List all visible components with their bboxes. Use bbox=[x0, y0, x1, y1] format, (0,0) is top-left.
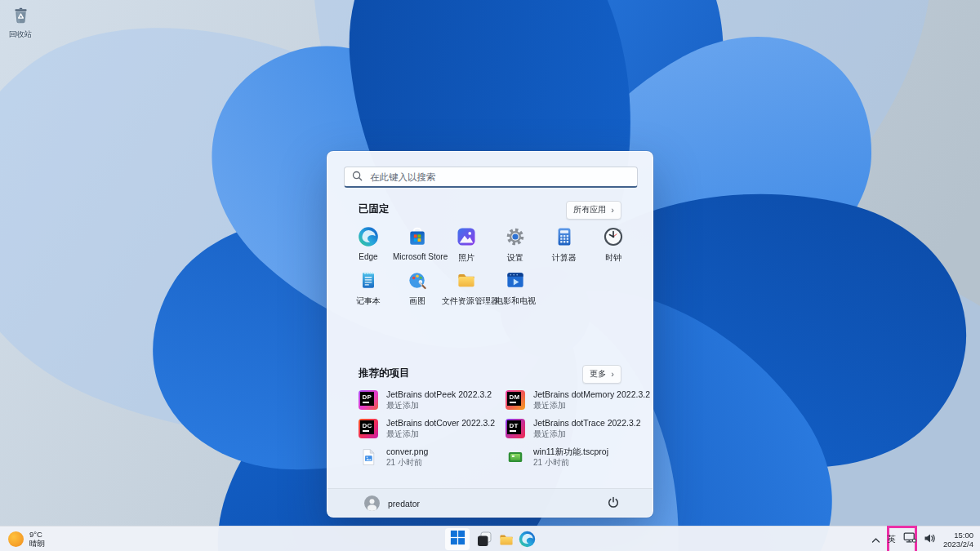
pinned-app-label: 设置 bbox=[491, 252, 540, 264]
recycle-bin-shortcut[interactable]: 回收站 bbox=[7, 5, 34, 40]
pinned-app-notepad[interactable]: 记事本 bbox=[344, 269, 393, 307]
recommended-item-dotcover[interactable]: DC JetBrains dotCover 2022.3.2 最近添加 bbox=[359, 418, 504, 442]
username-label: predator bbox=[388, 499, 420, 509]
volume-icon[interactable] bbox=[924, 532, 936, 547]
paint-palette-icon bbox=[406, 269, 429, 291]
all-apps-button[interactable]: 所有应用 › bbox=[566, 201, 621, 220]
recommended-item-title: JetBrains dotMemory 2022.3.2 bbox=[533, 389, 650, 399]
recommended-item-dotpeek[interactable]: DP JetBrains dotPeek 2022.3.2 最近添加 bbox=[359, 389, 504, 414]
recommended-item-subtitle: 最近添加 bbox=[533, 429, 566, 440]
pinned-app-file-explorer[interactable]: 文件资源管理器 bbox=[442, 269, 491, 307]
user-profile-button[interactable]: predator bbox=[364, 495, 420, 511]
search-input[interactable] bbox=[368, 171, 630, 183]
recycle-bin-icon bbox=[11, 14, 31, 28]
recommended-item-title: JetBrains dotTrace 2022.3.2 bbox=[533, 418, 641, 428]
calculator-icon bbox=[553, 225, 576, 248]
clock-date-widget[interactable]: 15:00 2023/2/4 bbox=[943, 531, 973, 549]
task-view-icon bbox=[475, 537, 493, 551]
recommended-item-title: JetBrains dotPeek 2022.3.2 bbox=[386, 389, 492, 399]
edge-icon bbox=[357, 225, 380, 248]
pinned-app-calculator[interactable]: 计算器 bbox=[540, 225, 589, 264]
start-menu-footer: predator bbox=[327, 488, 653, 517]
pinned-app-edge[interactable]: Edge bbox=[344, 225, 393, 261]
pinned-app-movies-tv[interactable]: 电影和电视 bbox=[491, 269, 540, 307]
search-box[interactable] bbox=[344, 167, 638, 188]
pinned-app-label: 时钟 bbox=[589, 252, 638, 264]
image-file-icon bbox=[359, 447, 378, 467]
file-explorer-button[interactable] bbox=[497, 531, 515, 551]
settings-gear-icon bbox=[504, 225, 527, 248]
pinned-app-photos[interactable]: 照片 bbox=[442, 225, 491, 264]
pinned-app-label: 计算器 bbox=[540, 252, 589, 264]
dotmemory-icon: DM bbox=[506, 390, 525, 410]
start-menu: 已固定 所有应用 › Edge bbox=[327, 151, 653, 518]
weather-widget[interactable]: 9°C 晴朗 bbox=[8, 530, 45, 548]
all-apps-label: 所有应用 bbox=[573, 204, 606, 216]
sun-icon bbox=[8, 531, 24, 547]
pinned-app-label: 电影和电视 bbox=[491, 295, 540, 307]
pinned-app-label: 记事本 bbox=[344, 295, 393, 307]
dotcover-icon: DC bbox=[359, 419, 378, 438]
tray-time: 15:00 bbox=[943, 531, 973, 540]
desktop: 回收站 已固定 所有应用 › Edge bbox=[0, 0, 980, 551]
tray-chevron-up-icon[interactable] bbox=[871, 532, 880, 547]
notepad-icon bbox=[357, 269, 380, 291]
file-explorer-folder-icon bbox=[455, 269, 478, 291]
search-icon bbox=[352, 170, 363, 184]
dotpeek-icon: DP bbox=[359, 390, 378, 410]
recycle-bin-label: 回收站 bbox=[7, 29, 34, 40]
photos-icon bbox=[455, 225, 478, 248]
weather-condition: 晴朗 bbox=[29, 539, 45, 548]
pinned-app-label: Microsoft Store bbox=[393, 252, 442, 261]
dottrace-icon: DT bbox=[506, 419, 525, 438]
pinned-app-clock[interactable]: 时钟 bbox=[589, 225, 638, 264]
microsoft-store-icon bbox=[406, 225, 429, 248]
pinned-app-label: 画图 bbox=[393, 295, 442, 307]
chevron-right-icon: › bbox=[611, 371, 614, 377]
tscproj-file-icon bbox=[506, 447, 525, 467]
edge-icon bbox=[518, 537, 537, 551]
taskbar: 9°C 晴朗 bbox=[0, 526, 980, 551]
pinned-app-label: 照片 bbox=[442, 252, 491, 264]
clock-icon bbox=[602, 225, 625, 248]
recommended-item-subtitle: 最近添加 bbox=[386, 429, 419, 440]
recommended-item-subtitle: 最近添加 bbox=[533, 400, 566, 411]
edge-button[interactable] bbox=[518, 530, 537, 551]
pinned-section-title: 已固定 bbox=[359, 202, 390, 216]
ime-indicator[interactable]: 英 bbox=[888, 534, 897, 545]
recommended-item-subtitle: 21 小时前 bbox=[386, 457, 422, 469]
recommended-item-conver-png[interactable]: conver.png 21 小时前 bbox=[359, 447, 504, 471]
power-button[interactable] bbox=[607, 496, 621, 511]
pinned-app-label: Edge bbox=[344, 252, 393, 261]
tray-date: 2023/2/4 bbox=[943, 540, 973, 549]
recommended-item-title: win11新功能.tscproj bbox=[533, 447, 608, 458]
recommended-item-subtitle: 最近添加 bbox=[386, 400, 419, 411]
folder-icon bbox=[497, 537, 515, 551]
movies-tv-icon bbox=[504, 269, 527, 291]
chevron-right-icon: › bbox=[611, 207, 614, 213]
network-icon[interactable] bbox=[903, 532, 916, 547]
recommended-item-title: conver.png bbox=[386, 447, 428, 456]
recommended-item-title: JetBrains dotCover 2022.3.2 bbox=[386, 418, 495, 428]
weather-temp: 9°C bbox=[29, 530, 45, 539]
start-button[interactable] bbox=[445, 528, 470, 550]
windows-logo-icon bbox=[450, 530, 466, 549]
pinned-app-paint[interactable]: 画图 bbox=[393, 269, 442, 307]
more-label: 更多 bbox=[590, 368, 606, 380]
pinned-app-microsoft-store[interactable]: Microsoft Store bbox=[393, 225, 442, 261]
system-tray: 英 15:00 2023/2/4 bbox=[871, 527, 980, 551]
recommended-item-subtitle: 21 小时前 bbox=[533, 457, 569, 469]
more-button[interactable]: 更多 › bbox=[582, 365, 621, 384]
pinned-app-label: 文件资源管理器 bbox=[442, 295, 491, 307]
task-view-button[interactable] bbox=[475, 530, 493, 551]
recommended-item-tscproj[interactable]: win11新功能.tscproj 21 小时前 bbox=[506, 447, 651, 471]
recommended-item-dotmemory[interactable]: DM JetBrains dotMemory 2022.3.2 最近添加 bbox=[506, 389, 651, 414]
recommended-section-title: 推荐的项目 bbox=[359, 367, 410, 380]
recommended-item-dottrace[interactable]: DT JetBrains dotTrace 2022.3.2 最近添加 bbox=[506, 418, 651, 442]
user-avatar bbox=[364, 495, 380, 511]
pinned-app-settings[interactable]: 设置 bbox=[491, 225, 540, 264]
